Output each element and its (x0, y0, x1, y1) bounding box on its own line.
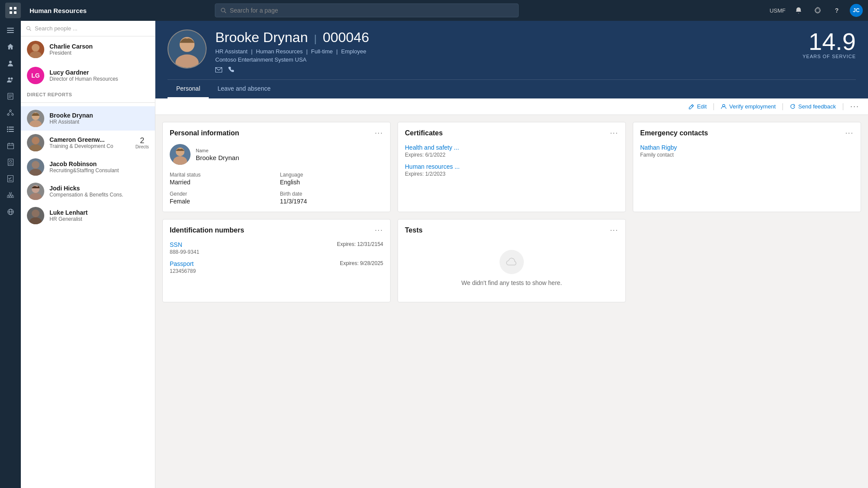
sidebar-item-charlie[interactable]: Charlie Carson President (21, 36, 155, 62)
help-icon[interactable]: ? (831, 4, 843, 16)
rail-globe-icon[interactable] (3, 204, 18, 219)
mail-icon[interactable] (215, 66, 222, 74)
emergency-contacts-menu[interactable]: ··· (845, 129, 854, 137)
rail-menu-icon[interactable] (3, 23, 18, 38)
tests-header: Tests ··· (405, 226, 618, 234)
employee-actions (215, 66, 794, 74)
svg-point-56 (32, 161, 39, 169)
id-item-ssn: SSN 888-99-9341 Expires: 12/31/2154 (170, 241, 383, 255)
charlie-name: Charlie Carson (49, 43, 93, 50)
jacob-avatar (27, 158, 44, 176)
sidebar-item-cameron[interactable]: Cameron Greenw... Training & Development… (21, 131, 155, 155)
more-actions-button[interactable]: ··· (850, 102, 859, 111)
cert-link-1[interactable]: Health and safety ... (405, 144, 618, 151)
grid-menu-icon[interactable] (5, 3, 21, 18)
edit-button[interactable]: Edit (689, 103, 707, 110)
svg-point-51 (30, 51, 42, 58)
personal-info-card: Personal information ··· Name Brooke Dry… (162, 122, 391, 212)
luke-role: HR Generalist (49, 216, 88, 222)
rail-home-icon[interactable] (3, 39, 18, 55)
cameron-directs-count: 2 (140, 137, 144, 144)
sidebar-item-lucy[interactable]: LG Lucy Gardner Director of Human Resour… (21, 62, 155, 88)
feedback-icon (790, 104, 796, 109)
employee-photo (168, 29, 207, 69)
id-ssn-type[interactable]: SSN (170, 241, 199, 248)
svg-line-66 (691, 105, 693, 107)
rail-org-icon[interactable] (3, 187, 18, 203)
certificates-menu[interactable]: ··· (610, 129, 618, 137)
lucy-name: Lucy Gardner (49, 69, 118, 76)
svg-rect-22 (9, 129, 14, 130)
icon-rail (0, 21, 21, 488)
people-list: Charlie Carson President LG Lucy Gardner… (21, 36, 155, 488)
brooke-info: Brooke Drynan HR Assistant (49, 112, 93, 125)
tests-menu[interactable]: ··· (610, 226, 618, 234)
cert-link-2[interactable]: Human resources ... (405, 163, 618, 170)
svg-rect-39 (12, 196, 14, 198)
brooke-avatar (27, 110, 44, 127)
settings-icon[interactable] (812, 4, 824, 16)
brooke-role: HR Assistant (49, 119, 93, 125)
jodi-info: Jodi Hicks Compensation & Benefits Cons. (49, 185, 123, 198)
svg-point-53 (30, 120, 42, 127)
jacob-name: Jacob Robinson (49, 160, 119, 167)
svg-rect-0 (10, 7, 12, 10)
sidebar-item-jacob[interactable]: Jacob Robinson Recruiting&Staffing Consu… (21, 155, 155, 179)
gender-field: Gender Female (170, 191, 273, 205)
lucy-role: Director of Human Resources (49, 76, 118, 82)
cert-item-2: Human resources ... Expires: 1/2/2023 (405, 163, 618, 177)
tab-leave[interactable]: Leave and absence (209, 80, 279, 98)
luke-name: Luke Lenhart (49, 209, 88, 216)
tab-personal[interactable]: Personal (168, 80, 209, 98)
people-search-input[interactable] (35, 25, 150, 32)
user-avatar[interactable]: JC (850, 4, 863, 17)
ec-name-1[interactable]: Nathan Rigby (640, 144, 854, 151)
search-input[interactable] (230, 7, 513, 14)
verify-icon (721, 104, 727, 109)
svg-rect-38 (10, 196, 12, 198)
certificates-card: Certificates ··· Health and safety ... E… (398, 122, 626, 212)
cameron-info: Cameron Greenw... Training & Development… (49, 136, 113, 149)
rail-report-icon[interactable] (3, 88, 18, 104)
rail-network-icon[interactable] (3, 105, 18, 121)
phone-icon[interactable] (228, 66, 234, 74)
certificates-title: Certificates (405, 129, 443, 137)
people-search-bar[interactable] (21, 21, 155, 36)
sidebar: Charlie Carson President LG Lucy Gardner… (21, 21, 155, 488)
cameron-role: Training & Development Co (49, 143, 113, 149)
svg-point-16 (10, 110, 11, 111)
notifications-icon[interactable] (792, 4, 805, 16)
svg-point-48 (27, 26, 30, 30)
id-item-passport: Passport 123456789 Expires: 9/28/2025 (170, 260, 383, 274)
cert-item-1: Health and safety ... Expires: 6/1/2022 (405, 144, 618, 158)
svg-point-11 (11, 78, 13, 80)
id-passport-type[interactable]: Passport (170, 260, 196, 267)
rail-people-icon[interactable] (3, 72, 18, 88)
id-ssn-expires: Expires: 12/31/2154 (337, 241, 383, 247)
id-passport-group: Passport 123456789 (170, 260, 196, 274)
svg-point-18 (12, 114, 13, 115)
identification-menu[interactable]: ··· (375, 226, 383, 234)
global-search[interactable] (215, 3, 519, 17)
rail-checklist-icon[interactable] (3, 171, 18, 187)
rail-badge-icon[interactable] (3, 154, 18, 170)
id-passport-number: 123456789 (170, 268, 196, 274)
svg-point-10 (8, 78, 10, 80)
emergency-contacts-title: Emergency contacts (640, 129, 708, 137)
svg-rect-1 (14, 7, 16, 10)
send-feedback-button[interactable]: Send feedback (790, 103, 836, 110)
personal-info-title: Personal information (170, 129, 239, 137)
sidebar-item-luke[interactable]: Luke Lenhart HR Generalist (21, 203, 155, 228)
rail-person-icon[interactable] (3, 56, 18, 71)
svg-rect-7 (7, 30, 14, 31)
content-area: Edit Verify employment Send feedback (155, 98, 868, 488)
rail-list-icon[interactable] (3, 121, 18, 137)
sidebar-item-jodi[interactable]: Jodi Hicks Compensation & Benefits Cons. (21, 179, 155, 203)
tests-empty-text: We didn't find any tests to show here. (461, 279, 562, 286)
sidebar-item-brooke[interactable]: Brooke Drynan HR Assistant (21, 106, 155, 131)
rail-calendar-icon[interactable] (3, 138, 18, 154)
verify-employment-button[interactable]: Verify employment (721, 103, 776, 110)
edit-icon (689, 104, 694, 109)
emergency-contacts-header: Emergency contacts ··· (640, 129, 854, 137)
personal-info-menu[interactable]: ··· (375, 129, 383, 137)
